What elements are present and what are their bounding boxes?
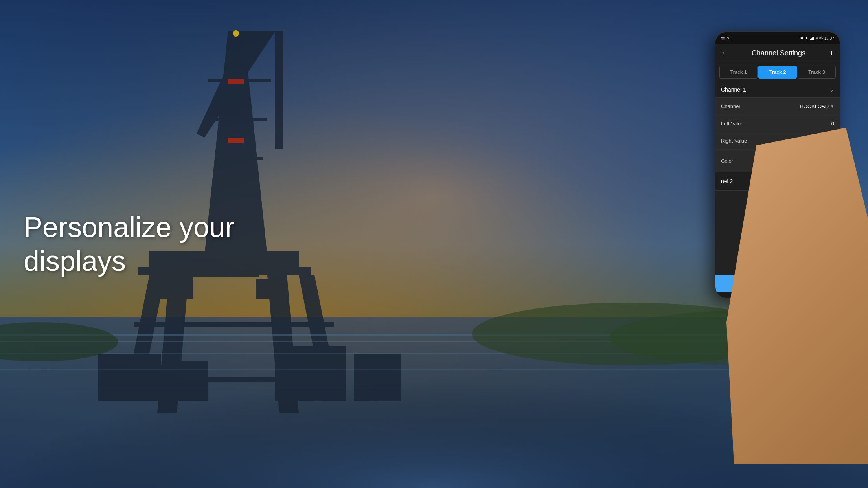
signal-icon xyxy=(810,36,814,40)
channel2-label: nel 2 xyxy=(721,178,733,184)
camera-icon: 📷 xyxy=(721,37,725,40)
page-title: Channel Settings xyxy=(752,49,805,57)
status-bar: 📷 ⚙ ↓ ✱ ✦ 98% 17:37 xyxy=(715,32,840,44)
phone-container: 📷 ⚙ ↓ ✱ ✦ 98% 17:37 ← Channel Settings xyxy=(703,31,868,464)
svg-rect-23 xyxy=(98,354,161,401)
add-channel-button[interactable]: + xyxy=(829,48,834,58)
svg-rect-24 xyxy=(169,361,208,401)
right-value-label: Right Value xyxy=(721,138,747,144)
bluetooth-icon: ✱ xyxy=(800,36,804,40)
svg-rect-4 xyxy=(212,118,267,121)
svg-rect-6 xyxy=(218,196,261,200)
svg-rect-5 xyxy=(216,157,263,160)
tab-track3[interactable]: Track 3 xyxy=(798,66,836,79)
channel-dropdown[interactable]: HOOKLOAD ▼ xyxy=(800,103,834,109)
hookload-value: HOOKLOAD xyxy=(800,103,829,109)
svg-rect-18 xyxy=(256,279,287,299)
channel1-chevron-icon: ⌄ xyxy=(829,86,834,93)
tab-track1[interactable]: Track 1 xyxy=(719,66,758,79)
download-icon: ↓ xyxy=(731,37,732,40)
status-right-icons: ✱ ✦ 98% 17:37 xyxy=(800,36,834,40)
dropdown-chevron-icon: ▼ xyxy=(830,104,834,108)
color-label: Color xyxy=(721,158,733,164)
time-display: 17:37 xyxy=(824,36,834,40)
svg-rect-21 xyxy=(228,79,244,84)
settings-icon: ⚙ xyxy=(726,37,729,40)
channel-label: Channel xyxy=(721,103,740,109)
svg-rect-26 xyxy=(354,354,401,401)
left-value-row[interactable]: Left Value 0 xyxy=(715,115,840,132)
wifi-icon: ✦ xyxy=(805,36,808,40)
tab-track2[interactable]: Track 2 xyxy=(758,66,796,79)
svg-rect-15 xyxy=(134,322,334,327)
battery-icon: 98% xyxy=(816,36,823,40)
svg-rect-22 xyxy=(228,138,244,143)
svg-rect-10 xyxy=(275,31,283,149)
hero-text: Personalize your displays xyxy=(24,210,299,278)
svg-point-20 xyxy=(233,30,239,37)
svg-rect-25 xyxy=(275,346,346,401)
app-header: ← Channel Settings + xyxy=(715,44,840,62)
channel1-header[interactable]: Channel 1 ⌄ xyxy=(715,82,840,98)
status-left-icons: 📷 ⚙ ↓ xyxy=(721,37,732,40)
channel1-label: Channel 1 xyxy=(721,86,746,93)
back-button[interactable]: ← xyxy=(721,49,728,57)
channel-field-row[interactable]: Channel HOOKLOAD ▼ xyxy=(715,98,840,115)
tabs-container: Track 1 Track 2 Track 3 xyxy=(715,62,840,82)
left-value-display: 0 xyxy=(831,121,834,127)
left-value-label: Left Value xyxy=(721,121,744,127)
svg-rect-17 xyxy=(153,275,193,299)
